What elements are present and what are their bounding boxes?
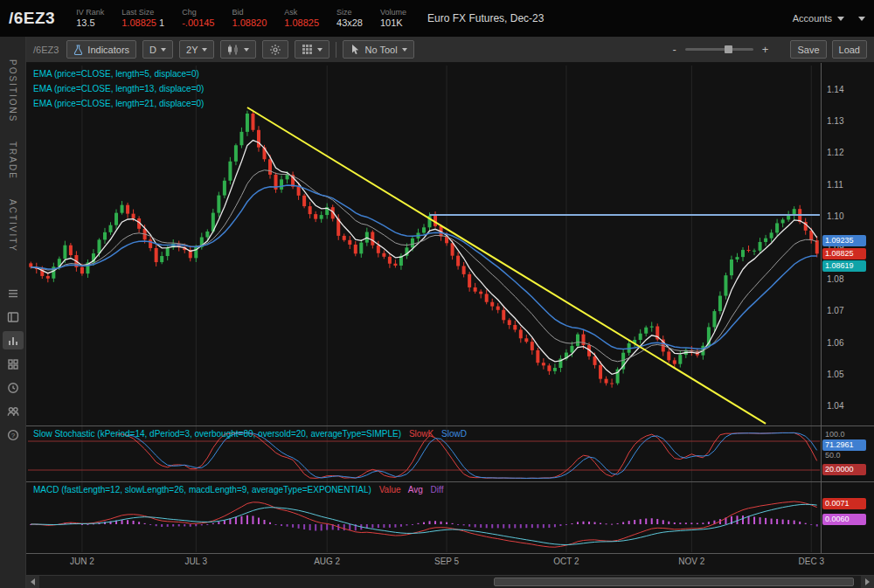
last-size-value: 1.08825 1 [121, 17, 164, 29]
slowk-legend: SlowK [409, 429, 434, 439]
drawing-tool-dropdown[interactable]: No Tool [343, 40, 413, 59]
svg-text:1.08: 1.08 [827, 274, 844, 284]
bid-value: 1.08820 [232, 17, 267, 29]
svg-text:1.07: 1.07 [827, 306, 844, 315]
clock-icon [6, 381, 20, 395]
history-button[interactable] [3, 378, 24, 397]
svg-text:1.11: 1.11 [827, 180, 843, 190]
ema13-label[interactable]: EMA (price=CLOSE, length=13, displace=0) [33, 81, 204, 96]
grid-layout-dropdown[interactable] [295, 40, 329, 59]
chevron-down-icon [244, 48, 249, 52]
zoom-out-button[interactable]: - [671, 43, 678, 56]
size-value: 43x28 [336, 17, 363, 29]
volume-label: Volume [380, 8, 406, 17]
sidebar-tab-activity[interactable]: ACTIVITY [8, 199, 17, 252]
macd-study-label[interactable]: MACD (fastLength=12, slowLength=26, macd… [33, 485, 448, 495]
chevron-down-icon [402, 48, 407, 52]
chevron-down-icon [837, 17, 844, 21]
scroll-left-button[interactable] [26, 576, 39, 588]
chevron-down-icon [317, 48, 323, 52]
chart-style-dropdown[interactable] [220, 40, 256, 59]
chevron-down-icon [202, 48, 207, 52]
timeframe-dropdown[interactable]: D [142, 40, 173, 59]
last-size-field: Last Size 1.08825 1 [121, 8, 164, 29]
svg-text:1.10: 1.10 [827, 211, 844, 221]
ema-study-labels: EMA (price=CLOSE, length=5, displace=0) … [33, 66, 204, 111]
indicators-label: Indicators [87, 45, 129, 55]
svg-text:JUN 2: JUN 2 [70, 557, 94, 566]
svg-text:1.12: 1.12 [827, 148, 844, 157]
macd-avg-badge: 0.0060 [822, 514, 866, 525]
ask-value: 1.08825 [284, 17, 319, 29]
svg-text:1.14: 1.14 [827, 85, 844, 94]
svg-text:1.06: 1.06 [827, 338, 844, 348]
scroll-right-button[interactable] [861, 576, 874, 588]
slowd-legend: SlowD [441, 429, 467, 439]
left-sidebar: POSITIONS TRADE ACTIVITY ? [0, 37, 26, 588]
iv-rank-value: 13.5 [76, 17, 104, 29]
chart-toolbar: /6EZ3 Indicators D 2Y No Tool - + Save L… [26, 37, 874, 63]
svg-text:JUL 3: JUL 3 [184, 557, 207, 566]
size-field: Size 43x28 [336, 8, 363, 29]
save-button[interactable]: Save [790, 40, 826, 59]
timeframe-value: D [149, 45, 156, 55]
macd-value-badge: 0.0071 [822, 498, 866, 509]
bid-label: Bid [232, 8, 267, 17]
instrument-symbol: /6EZ3 [9, 9, 55, 28]
community-button[interactable] [3, 402, 24, 420]
ema5-label[interactable]: EMA (price=CLOSE, length=5, displace=0) [33, 66, 204, 81]
indicators-button[interactable]: Indicators [66, 40, 136, 59]
indicator-price-badge: 1.08619 [822, 260, 866, 272]
help-button[interactable]: ? [3, 425, 24, 444]
chg-value: -.00145 [182, 17, 214, 29]
ask-field: Ask 1.08825 [284, 8, 319, 29]
svg-text:1.04: 1.04 [827, 401, 844, 411]
drawing-tool-value: No Tool [364, 45, 397, 55]
load-button[interactable]: Load [832, 40, 867, 59]
stochastic-study-label[interactable]: Slow Stochastic (kPeriod=14, dPeriod=3, … [33, 429, 472, 439]
svg-text:?: ? [10, 432, 15, 439]
charts-button[interactable] [3, 331, 24, 349]
iv-rank-label: IV Rank [76, 8, 104, 17]
sidebar-tab-trade[interactable]: TRADE [8, 142, 17, 180]
range-dropdown[interactable]: 2Y [179, 40, 214, 59]
svg-text:NOV 2: NOV 2 [678, 557, 704, 566]
beaker-icon [73, 45, 83, 55]
ema21-label[interactable]: EMA (price=CLOSE, length=21, displace=0) [33, 96, 204, 111]
grid-button[interactable] [3, 355, 24, 373]
svg-text:AUG 2: AUG 2 [314, 557, 340, 566]
layout-icon [6, 310, 20, 324]
volume-value: 101K [380, 17, 406, 29]
zoom-slider-thumb[interactable] [725, 45, 732, 53]
sidebar-icon-group: ? [3, 284, 24, 444]
bar-chart-icon [6, 334, 20, 348]
svg-text:1.13: 1.13 [827, 116, 844, 126]
topbar-right: Accounts [793, 13, 865, 24]
scrollbar-thumb[interactable] [494, 578, 854, 586]
price-chart[interactable]: JUN 2JUL 3AUG 2SEP 5OCT 2NOV 2DEC 31.141… [26, 63, 874, 588]
macd-value-legend: Value [379, 485, 401, 495]
chart-region: JUN 2JUL 3AUG 2SEP 5OCT 2NOV 2DEC 31.141… [26, 63, 874, 588]
layout-button[interactable] [3, 308, 24, 326]
chart-settings-button[interactable] [262, 40, 288, 59]
svg-text:OCT 2: OCT 2 [553, 557, 579, 566]
watchlist-button[interactable] [3, 284, 24, 302]
oversold-badge: 20.0000 [822, 464, 866, 475]
chart-symbol-label: /6EZ3 [33, 45, 59, 55]
zoom-in-button[interactable]: + [760, 43, 771, 56]
cursor-icon [350, 44, 360, 55]
range-value: 2Y [186, 45, 198, 55]
triangle-left-icon [31, 578, 35, 585]
grid-icon [6, 357, 20, 371]
chg-field: Chg -.00145 [182, 8, 214, 29]
accounts-dropdown[interactable]: Accounts [793, 13, 844, 24]
zoom-control: - + [671, 43, 771, 56]
instrument-description: Euro FX Futures, Dec-23 [427, 12, 544, 24]
zoom-slider[interactable] [685, 48, 753, 51]
last-price-badge: 1.08825 [822, 248, 866, 259]
svg-text:DEC 3: DEC 3 [798, 557, 824, 566]
horizontal-scrollbar[interactable] [26, 575, 874, 588]
sidebar-tab-positions[interactable]: POSITIONS [8, 59, 17, 122]
volume-field: Volume 101K [380, 8, 406, 29]
panel-collapse-chevron-icon[interactable] [858, 17, 865, 21]
